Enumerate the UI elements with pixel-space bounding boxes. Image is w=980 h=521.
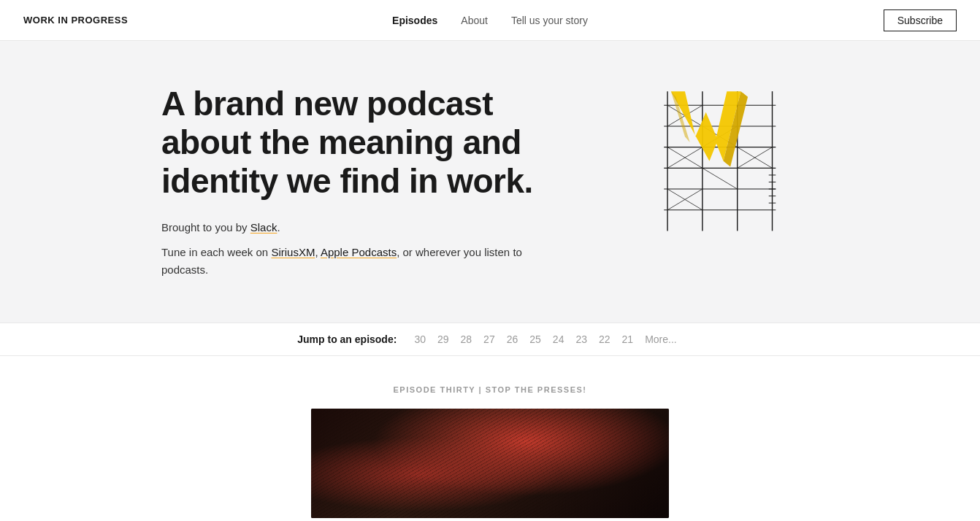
hero-title: A brand new podcast about the meaning an… xyxy=(161,85,541,201)
jump-to-label: Jump to an episode: xyxy=(297,333,397,345)
episode-nav-23[interactable]: 23 xyxy=(570,333,593,345)
hero-text: A brand new podcast about the meaning an… xyxy=(161,85,541,323)
hero-tune-text: Tune in each week on SiriusXM, Apple Pod… xyxy=(161,244,541,279)
episode-image-illustration xyxy=(311,409,669,518)
episode-nav-27[interactable]: 27 xyxy=(478,333,501,345)
episode-nav-22[interactable]: 22 xyxy=(593,333,616,345)
episode-nav-30[interactable]: 30 xyxy=(408,333,432,345)
main-nav: WORK IN PROGRESS Episodes About Tell us … xyxy=(0,0,980,41)
episode-nav-more[interactable]: More... xyxy=(639,333,683,345)
hero-brought-text: Brought to you by Slack. xyxy=(161,221,541,234)
slack-link[interactable]: Slack xyxy=(250,221,277,234)
tune-prefix: Tune in each week on xyxy=(161,246,271,258)
nav-link-about[interactable]: About xyxy=(461,15,488,26)
episode-nav-29[interactable]: 29 xyxy=(432,333,455,345)
svg-line-18 xyxy=(703,168,738,189)
episode-nav-inner: Jump to an episode: 30 29 28 27 26 25 24… xyxy=(297,333,682,345)
episode-nav-26[interactable]: 26 xyxy=(501,333,524,345)
hero-section: A brand new podcast about the meaning an… xyxy=(0,41,980,323)
episode-label: EPISODE THIRTY | STOP THE PRESSES! xyxy=(394,385,587,394)
apple-podcasts-link[interactable]: Apple Podcasts xyxy=(321,246,397,258)
episode-nav-25[interactable]: 25 xyxy=(524,333,547,345)
nav-link-episodes[interactable]: Episodes xyxy=(392,15,437,26)
episode-nav-28[interactable]: 28 xyxy=(455,333,478,345)
episode-nav-bar: Jump to an episode: 30 29 28 27 26 25 24… xyxy=(0,323,980,356)
episode-nav-21[interactable]: 21 xyxy=(616,333,640,345)
episode-image xyxy=(311,409,669,518)
subscribe-button[interactable]: Subscribe xyxy=(884,9,957,31)
site-logo: WORK IN PROGRESS xyxy=(23,15,128,26)
episode-section: EPISODE THIRTY | STOP THE PRESSES! xyxy=(0,356,980,518)
brought-prefix: Brought to you by xyxy=(161,221,250,234)
episode-nav-24[interactable]: 24 xyxy=(547,333,570,345)
siriusxm-link[interactable]: SiriusXM xyxy=(271,246,315,258)
hero-illustration xyxy=(643,77,819,241)
nav-link-tell-story[interactable]: Tell us your story xyxy=(511,15,588,26)
hero-content: A brand new podcast about the meaning an… xyxy=(161,85,819,323)
nav-links: Episodes About Tell us your story xyxy=(392,15,588,26)
